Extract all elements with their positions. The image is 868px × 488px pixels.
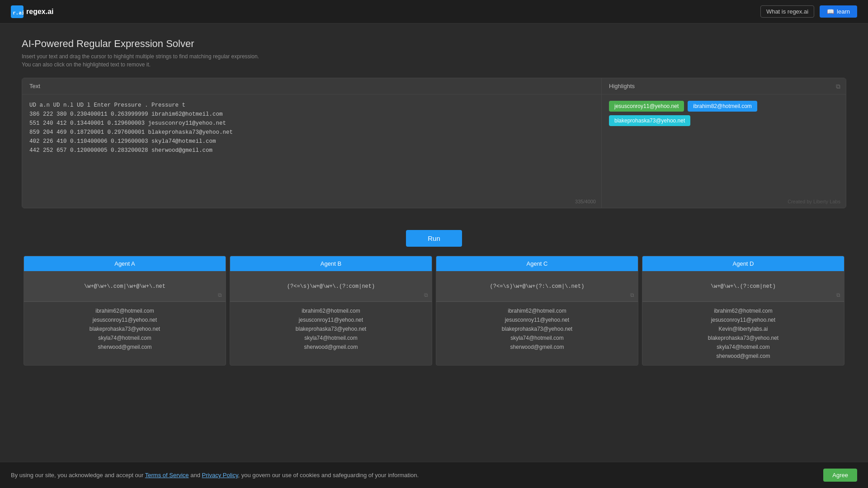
agent-c-results: ibrahim62@hotmeil.com jesusconroy11@yeho…: [436, 302, 638, 356]
logo-icon: r.ai: [11, 5, 24, 18]
agent-card-c: Agent C (?<=\s)\w+@\w+(?:\.com|\.net) ⧉ …: [436, 256, 638, 366]
text-panel-body: UD a.n UD n.l UD l Enter Pressure . Pres…: [22, 94, 601, 208]
list-item: skyla74@hotmeil.com: [28, 333, 222, 343]
list-item: sherwood@gmeil.com: [440, 343, 634, 352]
agent-a-regex: \w+@\w+\.com|\w+@\w+\.net ⧉: [24, 271, 226, 302]
cookie-text: By using our site, you acknowledge and a…: [11, 472, 419, 479]
list-item: skyla74@hotmeil.com: [234, 333, 428, 343]
run-button[interactable]: Run: [406, 230, 462, 247]
text-input[interactable]: UD a.n UD n.l UD l Enter Pressure . Pres…: [29, 101, 594, 200]
copy-icon-agent-d[interactable]: ⧉: [836, 292, 840, 299]
page-title: AI-Powered Regular Expression Solver: [22, 38, 846, 50]
list-item: blakeprohaska73@yehoo.net: [646, 333, 840, 343]
list-item: skyla74@hotmeil.com: [646, 343, 840, 352]
agent-d-header: Agent D: [642, 256, 844, 271]
agent-d-regex: \w+@\w+\.(?:com|net) ⧉: [642, 271, 844, 302]
copy-icon-agent-c[interactable]: ⧉: [630, 292, 634, 299]
agree-button[interactable]: Agree: [823, 469, 857, 482]
highlights-area: jesusconroy11@yehoo.net ibrahim82@hotmei…: [602, 94, 846, 132]
created-by: Created by Liberty Labs: [788, 199, 840, 204]
agent-c-regex: (?<=\s)\w+@\w+(?:\.com|\.net) ⧉: [436, 271, 638, 302]
list-item: blakeprohaska73@yehoo.net: [440, 324, 634, 333]
header-right: What is regex.ai 📖 learn: [760, 5, 857, 18]
text-panel-header: Text: [22, 78, 601, 94]
highlight-tag-2[interactable]: blakeprohaska73@yehoo.net: [609, 115, 690, 126]
list-item: skyla74@hotmeil.com: [440, 333, 634, 343]
agent-b-header: Agent B: [230, 256, 432, 271]
list-item: blakeprohaska73@yehoo.net: [28, 324, 222, 333]
run-section: Run: [0, 219, 868, 256]
main-content: AI-Powered Regular Expression Solver Ins…: [0, 23, 868, 219]
agent-card-a: Agent A \w+@\w+\.com|\w+@\w+\.net ⧉ ibra…: [24, 256, 226, 366]
logo: r.ai regex.ai: [11, 5, 53, 18]
agents-section: Agent A \w+@\w+\.com|\w+@\w+\.net ⧉ ibra…: [0, 256, 868, 366]
text-panel: Text UD a.n UD n.l UD l Enter Pressure .…: [22, 78, 602, 208]
learn-button[interactable]: 📖 learn: [820, 5, 857, 18]
logo-text: regex.ai: [26, 8, 53, 16]
agent-b-results: ibrahim62@hotmeil.com jesusconroy11@yeho…: [230, 302, 432, 356]
list-item: jesusconroy11@yehoo.net: [646, 315, 840, 324]
list-item: Kevin@libertylabs.ai: [646, 324, 840, 333]
char-count: 335/4000: [575, 199, 596, 204]
agent-a-results: ibrahim62@hotmeil.com jesusconroy11@yeho…: [24, 302, 226, 356]
book-icon: 📖: [827, 8, 834, 15]
list-item: jesusconroy11@yehoo.net: [28, 315, 222, 324]
highlights-panel-header: Highlights: [602, 78, 846, 94]
list-item: sherwood@gmeil.com: [28, 343, 222, 352]
list-item: ibrahim62@hotmeil.com: [28, 306, 222, 315]
agent-d-results: ibrahim62@hotmeil.com jesusconroy11@yeho…: [642, 302, 844, 365]
highlights-panel: Highlights jesusconroy11@yehoo.net ibrah…: [602, 78, 846, 208]
highlight-tag-0[interactable]: jesusconroy11@yehoo.net: [609, 101, 684, 112]
list-item: jesusconroy11@yehoo.net: [234, 315, 428, 324]
agent-c-header: Agent C: [436, 256, 638, 271]
list-item: ibrahim62@hotmeil.com: [440, 306, 634, 315]
list-item: sherwood@gmeil.com: [234, 343, 428, 352]
list-item: blakeprohaska73@yehoo.net: [234, 324, 428, 333]
list-item: sherwood@gmeil.com: [646, 352, 840, 361]
cookie-banner: By using our site, you acknowledge and a…: [0, 462, 868, 488]
copy-icon-agent-b[interactable]: ⧉: [424, 292, 428, 299]
what-is-button[interactable]: What is regex.ai: [760, 5, 814, 18]
tos-link[interactable]: Terms of Service: [145, 472, 189, 479]
copy-icon-agent-a[interactable]: ⧉: [218, 292, 222, 299]
privacy-link[interactable]: Privacy Policy: [202, 472, 238, 479]
page-subtitle: Insert your text and drag the cursor to …: [22, 52, 846, 69]
main-panel: Text UD a.n UD n.l UD l Enter Pressure .…: [22, 78, 846, 208]
agent-a-header: Agent A: [24, 256, 226, 271]
agent-card-d: Agent D \w+@\w+\.(?:com|net) ⧉ ibrahim62…: [642, 256, 844, 366]
list-item: ibrahim62@hotmeil.com: [646, 306, 840, 315]
copy-icon-highlights[interactable]: ⧉: [836, 83, 840, 90]
list-item: ibrahim62@hotmeil.com: [234, 306, 428, 315]
list-item: jesusconroy11@yehoo.net: [440, 315, 634, 324]
svg-text:r.ai: r.ai: [13, 10, 24, 16]
highlight-tag-1[interactable]: ibrahim82@hotmeil.com: [688, 101, 757, 112]
agent-b-regex: (?<=\s)\w+@\w+\.(?:com|net) ⧉: [230, 271, 432, 302]
header: r.ai regex.ai What is regex.ai 📖 learn: [0, 0, 868, 23]
agent-card-b: Agent B (?<=\s)\w+@\w+\.(?:com|net) ⧉ ib…: [230, 256, 432, 366]
